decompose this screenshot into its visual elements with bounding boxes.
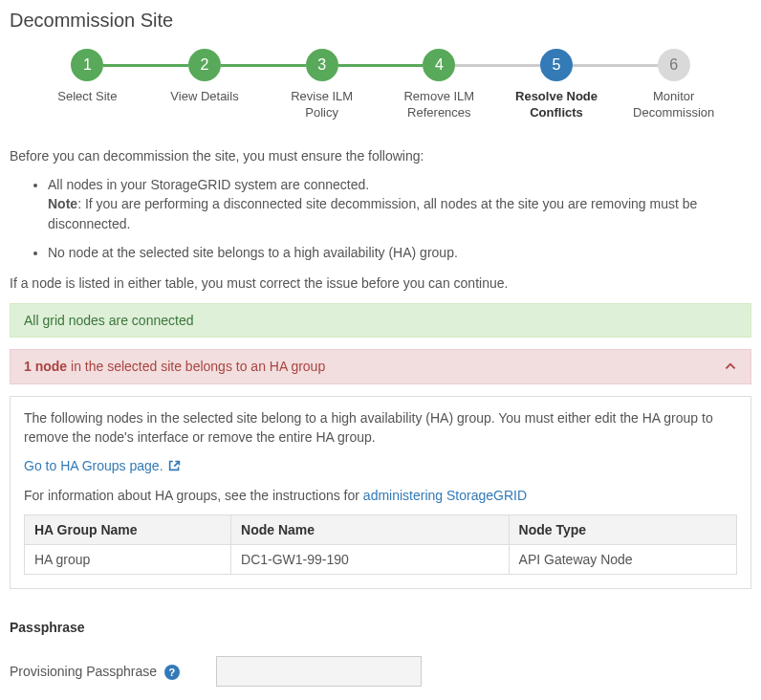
ha-conflict-panel: The following nodes in the selected site…	[10, 396, 751, 590]
panel-para-1: The following nodes in the selected site…	[24, 408, 737, 448]
step-connector	[455, 64, 540, 67]
step-6-circle: 6	[658, 49, 690, 81]
ha-groups-link[interactable]: Go to HA Groups page.	[24, 458, 163, 473]
col-node-type: Node Type	[509, 515, 736, 545]
cell-ha-group: HA group	[25, 545, 231, 575]
step-4-label: Remove ILM References	[391, 89, 487, 121]
cell-node-type: API Gateway Node	[509, 545, 736, 575]
step-2-circle: 2	[188, 49, 221, 81]
chevron-up-icon[interactable]	[724, 359, 737, 375]
step-connector	[103, 64, 188, 67]
external-link-icon	[168, 459, 181, 477]
step-1-circle: 1	[71, 49, 103, 81]
intro-list: All nodes in your StorageGRID system are…	[10, 175, 751, 262]
alert-danger-ha-group[interactable]: 1 node in the selected site belongs to a…	[10, 349, 751, 384]
step-connector	[338, 64, 424, 67]
page-title: Decommission Site	[10, 10, 751, 32]
passphrase-form-row: Provisioning Passphrase ?	[10, 656, 751, 687]
cell-node-name: DC1-GW1-99-190	[231, 545, 510, 575]
step-5-label: Resolve Node Conflicts	[509, 89, 604, 121]
step-4-circle: 4	[423, 49, 455, 81]
panel-para-2: For information about HA groups, see the…	[24, 486, 737, 505]
step-6-label: Monitor Decommission	[626, 89, 722, 121]
col-node-name: Node Name	[231, 515, 510, 545]
step-2-label: View Details	[170, 89, 238, 105]
passphrase-label: Provisioning Passphrase ?	[10, 664, 210, 680]
intro-lead: Before you can decommission the site, yo…	[10, 146, 751, 165]
intro-bullet-1: All nodes in your StorageGRID system are…	[48, 175, 751, 233]
col-ha-group-name: HA Group Name	[25, 515, 231, 545]
table-row: HA group DC1-GW1-99-190 API Gateway Node	[25, 545, 737, 575]
admin-docs-link[interactable]: administering StorageGRID	[363, 488, 527, 503]
step-4-remove-ilm-refs[interactable]: 4 Remove ILM References	[380, 49, 498, 121]
alert-success-connected: All grid nodes are connected	[10, 303, 751, 338]
step-5-circle: 5	[540, 49, 573, 81]
ha-conflict-table: HA Group Name Node Name Node Type HA gro…	[24, 514, 737, 575]
step-3-label: Revise ILM Policy	[274, 89, 370, 121]
step-6-monitor: 6 Monitor Decommission	[615, 49, 732, 121]
step-connector	[573, 64, 658, 67]
step-3-revise-ilm[interactable]: 3 Revise ILM Policy	[263, 49, 380, 121]
intro-bullet-2: No node at the selected site belongs to …	[48, 243, 751, 262]
step-5-resolve-conflicts[interactable]: 5 Resolve Node Conflicts	[498, 49, 616, 121]
step-2-view-details[interactable]: 2 View Details	[146, 49, 264, 121]
help-icon[interactable]: ?	[164, 665, 180, 680]
provisioning-passphrase-input[interactable]	[216, 656, 422, 687]
step-1-select-site[interactable]: 1 Select Site	[29, 49, 146, 121]
alert-danger-text: 1 node in the selected site belongs to a…	[24, 359, 325, 374]
step-3-circle: 3	[306, 49, 338, 81]
step-connector	[221, 64, 306, 67]
wizard-stepper: 1 Select Site 2 View Details 3 Revise IL…	[29, 49, 732, 121]
step-1-label: Select Site	[57, 89, 117, 105]
intro-followup: If a node is listed in either table, you…	[10, 273, 751, 293]
passphrase-section-label: Passphrase	[10, 620, 751, 635]
